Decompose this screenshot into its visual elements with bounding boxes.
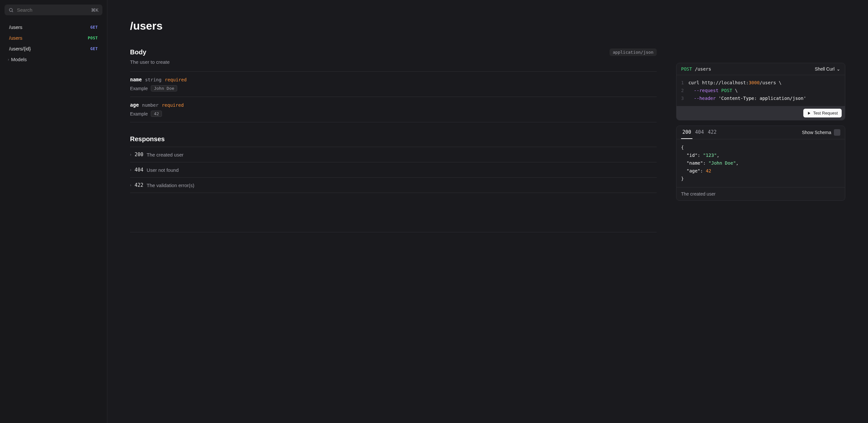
params-list: name string required Example John Doe ag… [130, 71, 657, 122]
response-body: { "id": "123", "name": "John Doe", "age"… [677, 139, 845, 188]
nav-list: /users GET /users POST /users/{id} GET ›… [5, 22, 102, 65]
nav-models[interactable]: › Models [5, 54, 102, 65]
response-404[interactable]: › 404 User not found [130, 162, 657, 178]
example-value: 42 [151, 111, 162, 117]
divider [130, 232, 657, 232]
toggle-box [834, 129, 840, 136]
search-input[interactable] [17, 7, 88, 13]
responses-heading: Responses [130, 135, 657, 143]
method-badge: GET [90, 25, 98, 30]
page-title: /users [130, 20, 845, 32]
response-code: 422 [134, 182, 143, 188]
param-age: age number required Example 42 [130, 97, 657, 122]
show-schema-toggle[interactable]: Show Schema [802, 129, 840, 136]
method-badge: GET [90, 47, 98, 51]
body-heading: Body [130, 49, 146, 56]
show-schema-label: Show Schema [802, 130, 831, 135]
response-tab-200[interactable]: 200 [681, 126, 692, 139]
param-type: number [142, 103, 159, 108]
play-icon [807, 111, 811, 115]
request-path: /users [695, 66, 711, 72]
param-required: required [162, 103, 184, 108]
search-icon [8, 7, 14, 13]
test-request-button[interactable]: Test Request [803, 109, 842, 117]
chevron-right-icon: › [130, 152, 131, 157]
sidebar: ⌘K /users GET /users POST /users/{id} GE… [0, 0, 107, 423]
svg-line-1 [12, 11, 13, 12]
response-tab-404[interactable]: 404 [694, 126, 705, 139]
response-code: 404 [134, 167, 143, 173]
response-200[interactable]: › 200 The created user [130, 147, 657, 162]
search-box[interactable]: ⌘K [5, 5, 102, 15]
method-badge: POST [88, 36, 98, 40]
request-panel: POST /users Shell Curl ⌄ 1curl http://lo… [676, 63, 845, 120]
response-desc: User not found [147, 167, 179, 173]
example-label: Example [130, 86, 148, 91]
svg-point-0 [9, 8, 12, 11]
response-footer: The created user [677, 188, 845, 200]
language-label: Shell Curl [815, 66, 835, 72]
body-description: The user to create [130, 59, 657, 65]
response-tab-422[interactable]: 422 [706, 126, 718, 139]
request-method: POST [681, 66, 692, 72]
responses-list: › 200 The created user › 404 User not fo… [130, 147, 657, 193]
param-key: name [130, 77, 142, 83]
language-selector[interactable]: Shell Curl ⌄ [815, 66, 840, 72]
example-value: John Doe [151, 85, 177, 91]
response-desc: The created user [147, 152, 183, 158]
response-desc: The validation error(s) [147, 182, 194, 188]
response-panel: 200 404 422 Show Schema { "id": "123", "… [676, 125, 845, 201]
request-code: 1curl http://localhost:3000/users \ 2 --… [677, 75, 845, 106]
test-request-label: Test Request [813, 111, 838, 115]
param-name: name string required Example John Doe [130, 72, 657, 97]
example-label: Example [130, 111, 148, 116]
response-code: 200 [134, 152, 143, 158]
response-422[interactable]: › 422 The validation error(s) [130, 178, 657, 193]
param-required: required [165, 77, 187, 82]
response-tabs: 200 404 422 [681, 126, 718, 139]
chevron-right-icon: › [130, 168, 131, 172]
nav-models-label: Models [11, 57, 27, 62]
nav-path: /users [9, 35, 23, 41]
search-kbd: ⌘K [91, 7, 98, 13]
param-type: string [145, 77, 162, 82]
param-key: age [130, 102, 139, 108]
nav-item-users-id-get[interactable]: /users/{id} GET [5, 43, 102, 54]
main-content: /users Body application/json The user to… [107, 0, 868, 423]
chevron-right-icon: › [130, 183, 131, 188]
nav-path: /users/{id} [9, 46, 31, 51]
nav-item-users-get[interactable]: /users GET [5, 22, 102, 32]
chevron-down-icon: ⌄ [836, 66, 840, 72]
chevron-right-icon: › [8, 57, 9, 62]
svg-marker-2 [808, 112, 810, 115]
nav-item-users-post[interactable]: /users POST [5, 32, 102, 43]
nav-path: /users [9, 24, 23, 30]
content-type-badge: application/json [610, 49, 657, 56]
